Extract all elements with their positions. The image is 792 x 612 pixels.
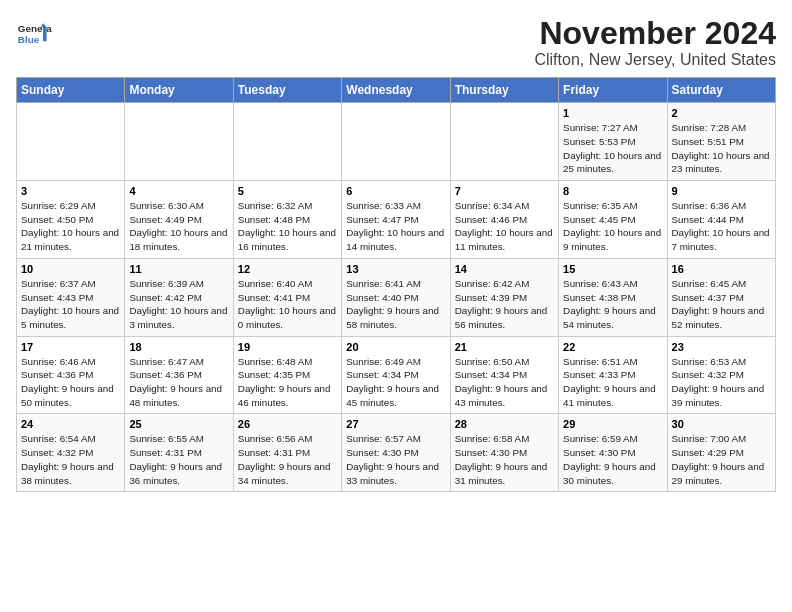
svg-text:General: General (18, 23, 52, 34)
day-info: Sunrise: 6:55 AM Sunset: 4:31 PM Dayligh… (129, 432, 228, 487)
calendar-week-row: 24Sunrise: 6:54 AM Sunset: 4:32 PM Dayli… (17, 414, 776, 492)
calendar-cell: 30Sunrise: 7:00 AM Sunset: 4:29 PM Dayli… (667, 414, 775, 492)
calendar-cell: 24Sunrise: 6:54 AM Sunset: 4:32 PM Dayli… (17, 414, 125, 492)
calendar-cell: 22Sunrise: 6:51 AM Sunset: 4:33 PM Dayli… (559, 336, 667, 414)
day-number: 27 (346, 418, 445, 430)
header-day-sunday: Sunday (17, 78, 125, 103)
day-number: 22 (563, 341, 662, 353)
calendar-table: SundayMondayTuesdayWednesdayThursdayFrid… (16, 77, 776, 492)
calendar-cell: 7Sunrise: 6:34 AM Sunset: 4:46 PM Daylig… (450, 181, 558, 259)
day-number: 11 (129, 263, 228, 275)
day-number: 16 (672, 263, 771, 275)
calendar-cell: 16Sunrise: 6:45 AM Sunset: 4:37 PM Dayli… (667, 258, 775, 336)
calendar-cell: 11Sunrise: 6:39 AM Sunset: 4:42 PM Dayli… (125, 258, 233, 336)
svg-text:Blue: Blue (18, 34, 40, 45)
day-number: 1 (563, 107, 662, 119)
day-number: 4 (129, 185, 228, 197)
day-info: Sunrise: 6:36 AM Sunset: 4:44 PM Dayligh… (672, 199, 771, 254)
day-info: Sunrise: 6:40 AM Sunset: 4:41 PM Dayligh… (238, 277, 337, 332)
calendar-cell: 19Sunrise: 6:48 AM Sunset: 4:35 PM Dayli… (233, 336, 341, 414)
calendar-week-row: 1Sunrise: 7:27 AM Sunset: 5:53 PM Daylig… (17, 103, 776, 181)
header-day-friday: Friday (559, 78, 667, 103)
calendar-cell: 17Sunrise: 6:46 AM Sunset: 4:36 PM Dayli… (17, 336, 125, 414)
day-info: Sunrise: 6:30 AM Sunset: 4:49 PM Dayligh… (129, 199, 228, 254)
calendar-header-row: SundayMondayTuesdayWednesdayThursdayFrid… (17, 78, 776, 103)
logo-icon: General Blue (16, 16, 52, 52)
day-info: Sunrise: 6:48 AM Sunset: 4:35 PM Dayligh… (238, 355, 337, 410)
calendar-cell: 10Sunrise: 6:37 AM Sunset: 4:43 PM Dayli… (17, 258, 125, 336)
calendar-cell: 6Sunrise: 6:33 AM Sunset: 4:47 PM Daylig… (342, 181, 450, 259)
calendar-cell: 9Sunrise: 6:36 AM Sunset: 4:44 PM Daylig… (667, 181, 775, 259)
month-year-title: November 2024 (534, 16, 776, 51)
day-number: 2 (672, 107, 771, 119)
day-info: Sunrise: 6:56 AM Sunset: 4:31 PM Dayligh… (238, 432, 337, 487)
day-info: Sunrise: 6:47 AM Sunset: 4:36 PM Dayligh… (129, 355, 228, 410)
calendar-cell: 12Sunrise: 6:40 AM Sunset: 4:41 PM Dayli… (233, 258, 341, 336)
day-number: 30 (672, 418, 771, 430)
day-number: 13 (346, 263, 445, 275)
calendar-cell (125, 103, 233, 181)
calendar-cell: 21Sunrise: 6:50 AM Sunset: 4:34 PM Dayli… (450, 336, 558, 414)
calendar-cell: 15Sunrise: 6:43 AM Sunset: 4:38 PM Dayli… (559, 258, 667, 336)
day-number: 26 (238, 418, 337, 430)
header-day-wednesday: Wednesday (342, 78, 450, 103)
day-info: Sunrise: 6:42 AM Sunset: 4:39 PM Dayligh… (455, 277, 554, 332)
day-number: 18 (129, 341, 228, 353)
day-info: Sunrise: 6:37 AM Sunset: 4:43 PM Dayligh… (21, 277, 120, 332)
day-info: Sunrise: 7:00 AM Sunset: 4:29 PM Dayligh… (672, 432, 771, 487)
title-block: November 2024 Clifton, New Jersey, Unite… (534, 16, 776, 69)
calendar-cell: 20Sunrise: 6:49 AM Sunset: 4:34 PM Dayli… (342, 336, 450, 414)
calendar-cell: 23Sunrise: 6:53 AM Sunset: 4:32 PM Dayli… (667, 336, 775, 414)
day-number: 6 (346, 185, 445, 197)
day-number: 3 (21, 185, 120, 197)
day-number: 14 (455, 263, 554, 275)
header-day-thursday: Thursday (450, 78, 558, 103)
calendar-cell (450, 103, 558, 181)
day-info: Sunrise: 6:59 AM Sunset: 4:30 PM Dayligh… (563, 432, 662, 487)
calendar-cell: 8Sunrise: 6:35 AM Sunset: 4:45 PM Daylig… (559, 181, 667, 259)
day-number: 8 (563, 185, 662, 197)
day-number: 24 (21, 418, 120, 430)
day-number: 20 (346, 341, 445, 353)
day-info: Sunrise: 6:35 AM Sunset: 4:45 PM Dayligh… (563, 199, 662, 254)
header-day-tuesday: Tuesday (233, 78, 341, 103)
day-info: Sunrise: 6:53 AM Sunset: 4:32 PM Dayligh… (672, 355, 771, 410)
day-info: Sunrise: 7:28 AM Sunset: 5:51 PM Dayligh… (672, 121, 771, 176)
day-number: 9 (672, 185, 771, 197)
day-info: Sunrise: 6:39 AM Sunset: 4:42 PM Dayligh… (129, 277, 228, 332)
day-info: Sunrise: 6:57 AM Sunset: 4:30 PM Dayligh… (346, 432, 445, 487)
header: General Blue November 2024 Clifton, New … (16, 16, 776, 69)
day-info: Sunrise: 6:49 AM Sunset: 4:34 PM Dayligh… (346, 355, 445, 410)
day-number: 19 (238, 341, 337, 353)
calendar-cell: 14Sunrise: 6:42 AM Sunset: 4:39 PM Dayli… (450, 258, 558, 336)
day-info: Sunrise: 6:58 AM Sunset: 4:30 PM Dayligh… (455, 432, 554, 487)
day-info: Sunrise: 6:33 AM Sunset: 4:47 PM Dayligh… (346, 199, 445, 254)
calendar-cell (17, 103, 125, 181)
calendar-cell (342, 103, 450, 181)
calendar-week-row: 3Sunrise: 6:29 AM Sunset: 4:50 PM Daylig… (17, 181, 776, 259)
calendar-cell: 1Sunrise: 7:27 AM Sunset: 5:53 PM Daylig… (559, 103, 667, 181)
calendar-cell: 28Sunrise: 6:58 AM Sunset: 4:30 PM Dayli… (450, 414, 558, 492)
day-number: 25 (129, 418, 228, 430)
calendar-cell: 25Sunrise: 6:55 AM Sunset: 4:31 PM Dayli… (125, 414, 233, 492)
day-info: Sunrise: 6:43 AM Sunset: 4:38 PM Dayligh… (563, 277, 662, 332)
header-day-monday: Monday (125, 78, 233, 103)
calendar-cell: 13Sunrise: 6:41 AM Sunset: 4:40 PM Dayli… (342, 258, 450, 336)
header-day-saturday: Saturday (667, 78, 775, 103)
day-number: 10 (21, 263, 120, 275)
logo: General Blue (16, 16, 52, 52)
day-number: 29 (563, 418, 662, 430)
day-info: Sunrise: 6:51 AM Sunset: 4:33 PM Dayligh… (563, 355, 662, 410)
day-info: Sunrise: 6:32 AM Sunset: 4:48 PM Dayligh… (238, 199, 337, 254)
day-number: 5 (238, 185, 337, 197)
day-info: Sunrise: 6:45 AM Sunset: 4:37 PM Dayligh… (672, 277, 771, 332)
day-number: 17 (21, 341, 120, 353)
calendar-cell: 18Sunrise: 6:47 AM Sunset: 4:36 PM Dayli… (125, 336, 233, 414)
calendar-cell: 3Sunrise: 6:29 AM Sunset: 4:50 PM Daylig… (17, 181, 125, 259)
calendar-cell: 4Sunrise: 6:30 AM Sunset: 4:49 PM Daylig… (125, 181, 233, 259)
calendar-cell: 2Sunrise: 7:28 AM Sunset: 5:51 PM Daylig… (667, 103, 775, 181)
calendar-cell: 29Sunrise: 6:59 AM Sunset: 4:30 PM Dayli… (559, 414, 667, 492)
day-info: Sunrise: 6:46 AM Sunset: 4:36 PM Dayligh… (21, 355, 120, 410)
calendar-cell: 27Sunrise: 6:57 AM Sunset: 4:30 PM Dayli… (342, 414, 450, 492)
calendar-cell (233, 103, 341, 181)
